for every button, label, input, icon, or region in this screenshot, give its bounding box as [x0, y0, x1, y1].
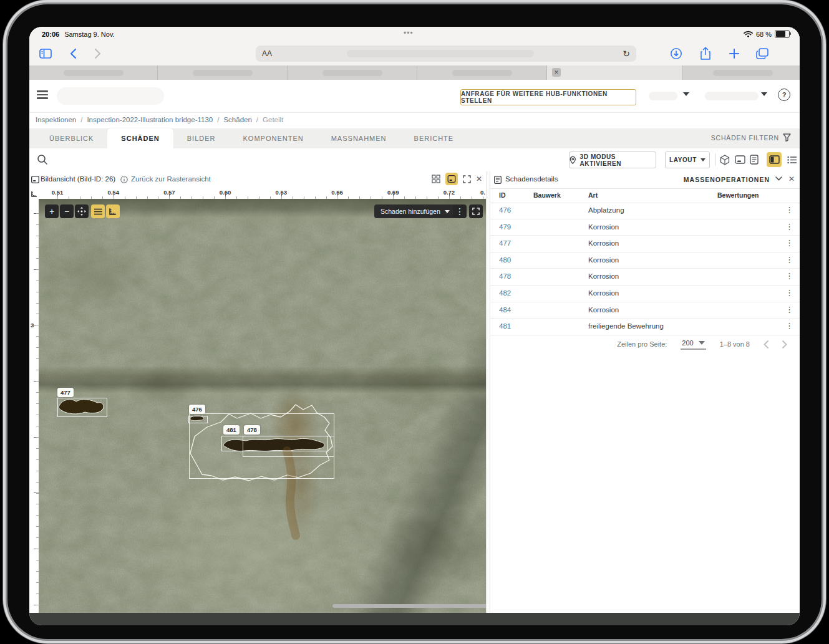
chevron-down-icon[interactable]	[761, 92, 767, 96]
damage-id-badge[interactable]: 477	[57, 388, 74, 397]
image-panel-icon[interactable]	[735, 155, 745, 164]
safari-tab[interactable]	[29, 65, 158, 80]
breadcrumb-item[interactable]: Inspection-2022-Illustration bridge-1130	[87, 116, 213, 123]
inspection-photo[interactable]: 477476481478 + − Schaden hinzufügen ⋮	[39, 199, 486, 613]
layout-button[interactable]: LAYOUT	[665, 151, 710, 168]
damage-id-link[interactable]: 480	[499, 256, 511, 264]
viewer-kebab-button[interactable]: ⋮	[453, 204, 467, 218]
row-kebab-icon[interactable]: ⋮	[785, 255, 793, 264]
table-row[interactable]: 479Korrosion⋮	[490, 219, 800, 236]
actions-row: 3D MODUS AKTIVIEREN LAYOUT	[29, 148, 800, 172]
tab-komponenten[interactable]: KOMPONENTEN	[230, 128, 318, 148]
panel-divider[interactable]	[486, 171, 490, 613]
mass-operations-button[interactable]: MASSENOPERATIONEN	[684, 176, 770, 183]
safari-tab[interactable]	[683, 65, 800, 80]
address-bar[interactable]: AA ↻	[256, 46, 636, 62]
damage-id-link[interactable]: 478	[499, 272, 511, 280]
activate-3d-mode-button[interactable]: 3D MODUS AKTIVIEREN	[569, 151, 656, 168]
tab-berichte[interactable]: BERICHTE	[400, 128, 468, 148]
back-icon[interactable]	[65, 46, 80, 61]
row-kebab-icon[interactable]: ⋮	[785, 305, 793, 314]
filter-icon[interactable]	[783, 133, 791, 142]
zoom-in-button[interactable]: +	[45, 204, 59, 218]
damage-bounding-box[interactable]	[57, 398, 107, 417]
safari-tab[interactable]	[158, 65, 288, 80]
list-view-toggle[interactable]	[785, 152, 800, 167]
info-icon[interactable]	[120, 176, 128, 183]
multitask-ellipsis-icon[interactable]: •••	[404, 29, 414, 37]
tabs-overview-icon[interactable]	[755, 46, 770, 61]
ruler-corner-icon[interactable]	[29, 188, 39, 199]
pan-tool-button[interactable]	[75, 204, 89, 218]
breadcrumb-item: Geteilt	[263, 116, 283, 123]
header-dropdown-1[interactable]	[649, 92, 677, 100]
cube-3d-icon[interactable]	[720, 155, 730, 165]
tab-überblick[interactable]: ÜBERBLICK	[36, 128, 107, 148]
chevron-down-icon[interactable]	[775, 176, 782, 181]
row-kebab-icon[interactable]: ⋮	[785, 205, 793, 214]
damage-id-badge[interactable]: 476	[189, 405, 205, 414]
table-row[interactable]: 484Korrosion⋮	[490, 302, 800, 319]
share-icon[interactable]	[698, 46, 713, 61]
row-kebab-icon[interactable]: ⋮	[785, 288, 793, 297]
close-icon[interactable]: ✕	[476, 175, 482, 183]
table-row[interactable]: 480Korrosion⋮	[490, 252, 800, 269]
reader-button[interactable]: AA	[262, 49, 272, 58]
grid-view-icon[interactable]	[432, 175, 440, 183]
damage-id-badge[interactable]: 481	[223, 425, 240, 435]
damage-id-link[interactable]: 481	[499, 322, 511, 330]
image-view-toggle[interactable]	[445, 173, 458, 185]
row-kebab-icon[interactable]: ⋮	[785, 238, 793, 248]
damage-bounding-box[interactable]	[243, 436, 334, 457]
viewer-fullscreen-button[interactable]	[469, 204, 483, 218]
damage-id-link[interactable]: 479	[499, 223, 511, 231]
damage-id-badge[interactable]: 478	[244, 425, 260, 435]
split-view-toggle[interactable]	[767, 152, 782, 167]
damage-id-link[interactable]: 477	[499, 239, 511, 247]
document-panel-icon[interactable]	[750, 155, 759, 165]
chevron-down-icon[interactable]	[683, 92, 689, 96]
breadcrumb-item[interactable]: Inspektionen	[36, 116, 76, 123]
next-page-icon[interactable]	[782, 340, 787, 348]
prev-page-icon[interactable]	[764, 340, 768, 348]
safari-tab[interactable]	[288, 65, 417, 80]
expand-icon[interactable]	[463, 175, 471, 183]
damage-id-link[interactable]: 476	[499, 206, 511, 214]
safari-tab-active[interactable]: ✕	[547, 65, 683, 80]
header-dropdown-2[interactable]	[705, 92, 759, 100]
table-row[interactable]: 482Korrosion⋮	[490, 286, 800, 302]
table-row[interactable]: 476Abplatzung⋮	[490, 203, 800, 219]
table-row[interactable]: 477Korrosion⋮	[490, 236, 800, 252]
safari-tab[interactable]	[417, 65, 547, 80]
close-tab-icon[interactable]: ✕	[552, 68, 561, 77]
back-to-grid-link[interactable]: Zurück zur Rasteransicht	[131, 175, 211, 183]
damage-id-link[interactable]: 482	[499, 289, 511, 297]
reload-icon[interactable]: ↻	[623, 49, 630, 59]
tab-schäden[interactable]: SCHÄDEN	[107, 128, 173, 148]
download-icon[interactable]	[669, 46, 684, 61]
new-tab-icon[interactable]	[727, 46, 742, 61]
request-hub-functions-button[interactable]: ANFRAGE FÜR WEITERE HUB-FUNKTIONEN STELL…	[460, 89, 636, 105]
forward-icon[interactable]	[90, 46, 105, 61]
row-kebab-icon[interactable]: ⋮	[785, 271, 793, 281]
row-kebab-icon[interactable]: ⋮	[785, 222, 793, 231]
damage-filter[interactable]: SCHÄDEN FILTERN	[711, 133, 791, 142]
hamburger-menu-icon[interactable]	[37, 90, 48, 99]
table-row[interactable]: 481freiliegende Bewehrung⋮	[490, 319, 800, 335]
rows-per-page-select[interactable]: 200	[681, 339, 705, 350]
damage-id-link[interactable]: 484	[499, 306, 511, 314]
horizontal-scrollbar[interactable]	[332, 604, 497, 608]
breadcrumb-item[interactable]: Schäden	[223, 116, 251, 123]
tab-bilder[interactable]: BILDER	[173, 128, 230, 148]
table-row[interactable]: 478Korrosion⋮	[490, 269, 800, 286]
close-details-icon[interactable]: ✕	[788, 175, 795, 183]
zoom-out-button[interactable]: −	[60, 204, 74, 218]
row-kebab-icon[interactable]: ⋮	[785, 321, 793, 330]
sidebar-icon[interactable]	[38, 46, 53, 61]
measure-tool-button[interactable]	[106, 204, 120, 218]
layers-tool-button[interactable]	[91, 204, 105, 218]
add-damage-button[interactable]: Schaden hinzufügen	[374, 204, 456, 218]
help-icon[interactable]: ?	[778, 89, 790, 101]
tab-massnahmen[interactable]: MASSNAHMEN	[318, 128, 400, 148]
search-icon[interactable]	[37, 154, 48, 165]
